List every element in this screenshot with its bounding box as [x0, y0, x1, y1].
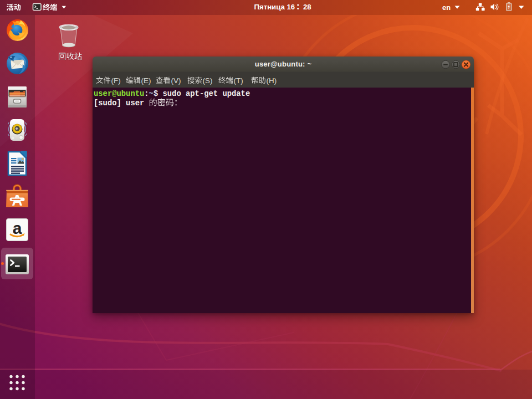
svg-text:(F): (F)	[111, 76, 121, 85]
svg-text:(E): (E)	[141, 76, 151, 85]
svg-text:$ sudo apt-get update: $ sudo apt-get update	[154, 89, 250, 99]
svg-text:(V): (V)	[171, 76, 181, 85]
svg-text:28: 28	[303, 3, 311, 11]
svg-text:(H): (H)	[267, 76, 277, 85]
svg-text:(S): (S)	[203, 76, 213, 85]
svg-text:user@ubuntu: user@ubuntu	[94, 89, 144, 99]
svg-text:Пятница 16: Пятница 16	[254, 3, 295, 11]
svg-text:a: a	[13, 219, 22, 237]
svg-text:~: ~	[149, 89, 154, 99]
svg-text:(T): (T)	[234, 76, 243, 85]
svg-text::: :	[144, 89, 149, 99]
svg-text:en: en	[442, 3, 451, 12]
svg-text:[sudo] user: [sudo] user	[94, 99, 149, 108]
